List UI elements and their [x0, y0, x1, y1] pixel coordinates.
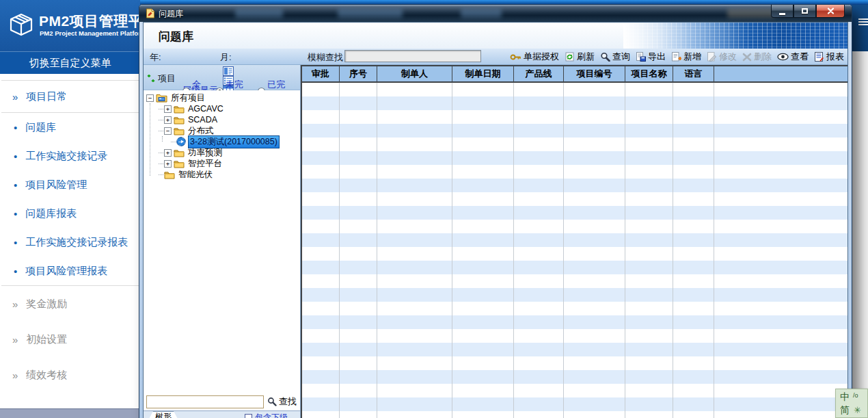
table-row[interactable] [302, 261, 847, 274]
toolbar-button-导出[interactable]: 导出 [633, 49, 668, 64]
dialog-titlebar[interactable]: 问题库 [139, 5, 852, 22]
table-cell [340, 110, 377, 124]
column-header-审批[interactable]: 审批 [302, 66, 340, 81]
collapse-icon[interactable]: − [146, 94, 154, 102]
maximize-button[interactable] [794, 5, 816, 18]
tree-node-4[interactable]: 3-28测试(2017000085) [144, 136, 300, 147]
fuzzy-search-input[interactable] [344, 50, 481, 62]
switch-to-custom-menu-button[interactable]: 切换至自定义菜单 [0, 51, 140, 74]
table-row[interactable] [302, 384, 847, 397]
tree-node-label[interactable]: 功率预测 [187, 147, 223, 159]
toolbar-button-新增[interactable]: 新增 [668, 49, 704, 64]
sidebar-item-label: 项目风险管理报表 [25, 265, 107, 278]
toolbar-button-单据授权[interactable]: 单据授权 [507, 49, 562, 64]
sidebar-item-1[interactable]: •问题库 [0, 113, 140, 142]
table-cell [625, 138, 673, 151]
table-cell [564, 288, 625, 302]
include-sublevel-checkbox[interactable]: 包含下级 [245, 412, 288, 418]
table-row[interactable] [302, 124, 847, 138]
expand-icon[interactable]: + [164, 160, 172, 168]
table-row[interactable] [302, 247, 847, 261]
grid-header-row: 审批序号制单人制单日期产品线项目编号项目名称语言 [302, 66, 847, 83]
card-view-icon[interactable] [223, 66, 234, 76]
column-header-产品线[interactable]: 产品线 [514, 66, 564, 81]
column-header-项目名称[interactable]: 项目名称 [625, 66, 673, 81]
sidebar-item-3[interactable]: •项目风险管理 [0, 170, 140, 199]
sidebar-item-4[interactable]: •问题库报表 [0, 199, 140, 228]
table-row[interactable] [302, 288, 847, 302]
toolbar-button-刷新[interactable]: 刷新 [562, 49, 597, 64]
table-row[interactable] [302, 233, 847, 247]
tree-search-input[interactable] [146, 395, 264, 408]
toolbar-button-报表[interactable]: 报表 [811, 49, 847, 64]
table-row[interactable] [302, 356, 847, 370]
sidebar-item-9[interactable]: »绩效考核 [0, 357, 140, 393]
hamburger-icon[interactable] [858, 18, 868, 27]
table-row[interactable] [302, 302, 847, 315]
tree-node-label[interactable]: SCADA [187, 115, 219, 125]
toolbar-button-查看[interactable]: 查看 [774, 49, 811, 64]
table-cell [514, 179, 564, 192]
ime-mode-button[interactable]: 中 /o [840, 391, 867, 404]
table-row[interactable] [302, 165, 847, 179]
table-row[interactable] [302, 192, 847, 206]
tree-node-5[interactable]: +功率预测 [144, 147, 300, 158]
tree-node-7[interactable]: 智能光伏 [144, 169, 300, 180]
table-cell [673, 124, 714, 138]
table-row[interactable] [302, 110, 847, 124]
chevron-right-icon: » [12, 91, 18, 103]
column-header-项目编号[interactable]: 项目编号 [564, 66, 625, 81]
column-header-序号[interactable]: 序号 [340, 66, 377, 81]
tab-tree-view[interactable]: 树形 [148, 411, 179, 418]
table-row[interactable] [302, 96, 847, 110]
tree-node-label[interactable]: AGCAVC [187, 104, 225, 114]
table-row[interactable] [302, 370, 847, 384]
table-row[interactable] [302, 315, 847, 329]
month-label: 月: [220, 51, 232, 64]
table-row[interactable] [302, 83, 847, 96]
expand-icon[interactable]: + [164, 116, 172, 124]
sidebar-item-6[interactable]: •项目风险管理报表 [0, 257, 140, 285]
table-row[interactable] [302, 179, 847, 192]
sidebar-item-5[interactable]: •工作实施交接记录报表 [0, 228, 140, 257]
table-cell [514, 165, 564, 179]
minimize-button[interactable] [771, 5, 794, 18]
column-header-制单日期[interactable]: 制单日期 [452, 66, 514, 81]
tree-node-label[interactable]: 智能光伏 [177, 169, 214, 181]
table-cell [377, 397, 452, 411]
tree-node-label[interactable]: 智控平台 [187, 158, 223, 170]
table-cell [302, 124, 340, 138]
tree-node-label[interactable]: 所有项目 [169, 92, 206, 104]
find-button[interactable]: 查找 [267, 395, 297, 408]
table-cell [302, 315, 340, 329]
table-row[interactable] [302, 397, 847, 411]
expand-icon[interactable]: + [164, 149, 172, 157]
table-row[interactable] [302, 343, 847, 356]
table-row[interactable] [302, 274, 847, 288]
table-row[interactable] [302, 206, 847, 220]
column-header-语言[interactable]: 语言 [673, 66, 714, 81]
table-row[interactable] [302, 220, 847, 233]
sidebar-item-8[interactable]: »初始设置 [0, 322, 140, 357]
sidebar-item-0[interactable]: »项目日常 [0, 81, 140, 112]
sidebar-item-label: 项目风险管理 [25, 179, 87, 192]
table-row[interactable] [302, 151, 847, 165]
tree-node-1[interactable]: +AGCAVC [144, 103, 300, 114]
refresh-tree-icon[interactable] [147, 73, 155, 86]
collapse-icon[interactable]: − [164, 127, 172, 135]
table-cell [514, 96, 564, 110]
expand-icon[interactable]: + [164, 105, 172, 113]
tree-node-2[interactable]: +SCADA [144, 114, 300, 125]
ime-simplified-button[interactable]: 简 ✳ [840, 404, 867, 417]
sidebar-item-2[interactable]: •工作实施交接记录 [0, 142, 140, 170]
table-row[interactable] [302, 138, 847, 151]
close-button[interactable] [816, 5, 845, 18]
tree-node-0[interactable]: −所有项目 [144, 92, 300, 103]
toolbar-button-查询[interactable]: 查询 [597, 49, 633, 64]
table-row[interactable] [302, 329, 847, 343]
table-row[interactable] [302, 411, 847, 418]
sidebar-item-7[interactable]: »奖金激励 [0, 286, 140, 322]
tree-node-6[interactable]: +智控平台 [144, 158, 300, 169]
fuzzy-search-label[interactable]: 模糊查找 [305, 51, 346, 64]
column-header-制单人[interactable]: 制单人 [377, 66, 452, 81]
